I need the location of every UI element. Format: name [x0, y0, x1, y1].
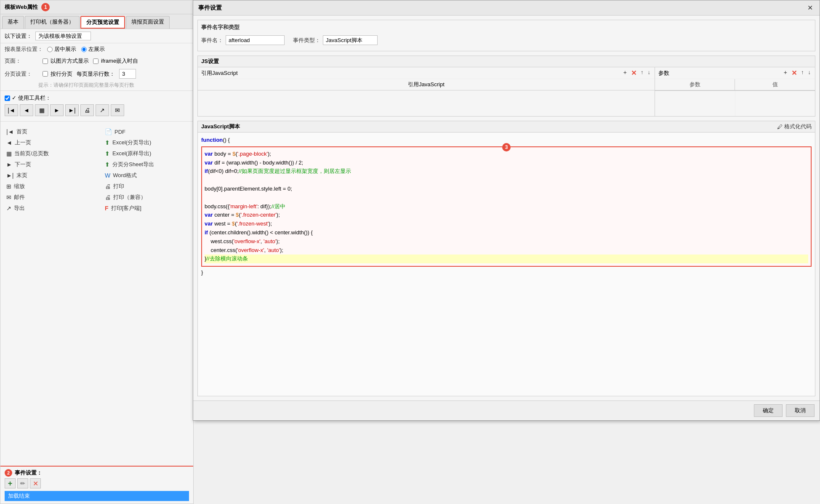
js-val-col: [735, 91, 815, 116]
rows-per-page-label: 每页显示行数：: [77, 70, 115, 78]
nav-print-compat[interactable]: 🖨 打印（兼容）: [103, 192, 189, 202]
nav-email-label: 邮件: [14, 194, 25, 201]
nav-excel-paged[interactable]: ⬆ Excel(分页导出): [103, 138, 189, 148]
nav-last-page[interactable]: ►| 末页: [5, 170, 91, 180]
toolbar-btn-email[interactable]: ✉: [111, 104, 124, 116]
nav-export[interactable]: ↗ 导出: [5, 203, 91, 213]
code-line-2: var dif = (wrap.width() - body.width()) …: [205, 159, 808, 167]
tab-basic[interactable]: 基本: [2, 16, 24, 29]
js-ref-toolbar: + ✕ ↑ ↓: [623, 69, 651, 77]
js-settings-header: JS设置: [198, 56, 815, 67]
nav-export-label: 导出: [14, 204, 25, 212]
dialog-body: 事件名字和类型 事件名： 事件类型： JavaScript脚本 Java方法 J…: [193, 16, 820, 401]
dialog-title-bar: 事件设置 ✕: [193, 0, 820, 16]
nav-excel-sheet-label: 分页分Sheet导出: [112, 161, 154, 168]
nav-print-client-icon: F: [105, 205, 109, 212]
nav-zoom[interactable]: ⊞ 缩放: [5, 181, 91, 191]
tab-printer[interactable]: 打印机（服务器）: [25, 16, 80, 29]
nav-excel-paged-icon: ⬆: [105, 139, 110, 146]
nav-print[interactable]: 🖨 打印: [103, 181, 189, 191]
script-section: JavaScript脚本 🖊 格式化代码 function() { 3 var …: [197, 121, 815, 396]
nav-pdf[interactable]: 📄 PDF: [103, 127, 189, 137]
event-section: 2 事件设置： + ✏ ✕ 加载结束: [0, 466, 193, 504]
event-add-btn[interactable]: +: [5, 478, 16, 488]
nav-excel-sheet[interactable]: ⬆ 分页分Sheet导出: [103, 159, 189, 170]
cancel-button[interactable]: 取消: [786, 404, 815, 417]
checkbox-image-label: 以图片方式显示: [51, 57, 89, 65]
radio-left-input[interactable]: [81, 47, 87, 52]
js-ref-up-icon[interactable]: ↑: [640, 69, 644, 77]
radio-center-label: 居中展示: [54, 45, 76, 53]
radio-left[interactable]: 左展示: [81, 45, 105, 53]
checkbox-image[interactable]: 以图片方式显示: [43, 57, 89, 65]
js-param-add-icon[interactable]: +: [783, 69, 788, 77]
nav-word[interactable]: W Word格式: [103, 170, 189, 180]
toolbar-checkbox[interactable]: ✓ 使用工具栏：: [5, 94, 189, 102]
toolbar-btn-first[interactable]: |◄: [5, 104, 18, 116]
toolbar-checkbox-input[interactable]: [5, 95, 10, 101]
close-button[interactable]: ✕: [806, 4, 815, 12]
toolbar-btn-last[interactable]: ►|: [65, 104, 79, 116]
event-type-label: 事件类型：: [293, 37, 320, 44]
js-param-delete-icon[interactable]: ✕: [791, 69, 798, 77]
toolbar-btn-grid[interactable]: ▦: [35, 104, 48, 116]
rows-per-page-input[interactable]: [119, 69, 136, 79]
code-line-3: if(dif<0) dif=0;//如果页面宽度超过显示框架宽度，则居左显示: [205, 167, 808, 176]
toolbar-btn-next[interactable]: ►: [50, 104, 64, 116]
js-ref-label: 引用JavaScript: [201, 69, 238, 77]
nav-next-label: 下一页: [15, 161, 31, 168]
event-type-select[interactable]: JavaScript脚本 Java方法: [323, 35, 378, 45]
nav-zoom-icon: ⊞: [6, 183, 11, 190]
event-delete-btn[interactable]: ✕: [30, 478, 41, 488]
code-line-5: body[0].parentElement.style.left = 0;: [205, 185, 808, 194]
toolbar-btn-print[interactable]: 🖨: [80, 104, 94, 116]
toolbar-section: ✓ 使用工具栏： |◄ ◄ ▦ ► ►| 🖨 ↗ ✉: [0, 90, 193, 119]
nav-next-page[interactable]: ► 下一页: [5, 159, 91, 170]
checkbox-iframe-input[interactable]: [93, 58, 99, 64]
nav-excel-orig[interactable]: ⬆ Excel(原样导出): [103, 149, 189, 159]
checkbox-pagination-input[interactable]: [43, 71, 48, 77]
event-name-section-title: 事件名字和类型: [201, 24, 812, 31]
toolbar-btn-prev[interactable]: ◄: [20, 104, 33, 116]
checkbox-iframe[interactable]: iframe嵌入时自: [93, 57, 138, 65]
nav-email[interactable]: ✉ 邮件: [5, 192, 91, 202]
js-param-down-icon[interactable]: ↓: [807, 69, 812, 77]
event-edit-btn[interactable]: ✏: [17, 478, 28, 488]
settings-row: 以下设置： 为该模板单独设置: [0, 29, 193, 43]
code-line-13: }//去除横向滚动条: [205, 255, 808, 263]
script-content[interactable]: function() { 3 var body = $('.page-block…: [198, 133, 815, 396]
nav-prev-page[interactable]: ◄ 上一页: [5, 138, 91, 148]
radio-center[interactable]: 居中展示: [47, 45, 76, 53]
nav-print-client[interactable]: F 打印[客户端]: [103, 203, 189, 213]
js-param-col: [655, 91, 735, 116]
nav-first-page[interactable]: |◄ 首页: [5, 127, 91, 137]
js-settings-section: JS设置 引用JavaScript + ✕ ↑ ↓ 引用JavaScri: [197, 56, 815, 117]
js-col-right: 参数 + ✕ ↑ ↓ 参数 值: [655, 67, 815, 116]
nav-last-label: 末页: [16, 172, 27, 179]
js-param-up-icon[interactable]: ↑: [800, 69, 805, 77]
js-ref-down-icon[interactable]: ↓: [647, 69, 652, 77]
confirm-button[interactable]: 确定: [754, 404, 783, 417]
settings-select[interactable]: 为该模板单独设置: [35, 32, 91, 40]
code-line-9: var west = $('.frozen-west');: [205, 220, 808, 228]
tab-pagination[interactable]: 分页预览设置: [80, 16, 125, 29]
tab-fillpage[interactable]: 填报页面设置: [126, 16, 170, 29]
nav-print-compat-label: 打印（兼容）: [113, 194, 146, 201]
event-list-item[interactable]: 加载结束: [5, 491, 189, 501]
radio-center-input[interactable]: [47, 47, 53, 52]
format-code-button[interactable]: 🖊 格式化代码: [777, 123, 812, 130]
nav-excel-paged-label: Excel(分页导出): [112, 139, 151, 146]
js-ref-delete-icon[interactable]: ✕: [630, 69, 637, 77]
nav-print-compat-icon: 🖨: [105, 194, 111, 201]
checkbox-pagination[interactable]: 按行分页: [43, 70, 72, 78]
toolbar-btn-export[interactable]: ↗: [96, 104, 109, 116]
event-actions: + ✏ ✕: [5, 478, 189, 488]
toolbar-row: |◄ ◄ ▦ ► ►| 🖨 ↗ ✉: [5, 104, 189, 116]
report-position-label: 报表显示位置：: [5, 45, 43, 53]
nav-current-page[interactable]: ▦ 当前页/总页数: [5, 149, 91, 159]
js-ref-add-icon[interactable]: +: [623, 69, 628, 77]
dialog-title: 事件设置: [198, 4, 222, 12]
event-name-input[interactable]: [226, 35, 285, 45]
checkbox-image-input[interactable]: [43, 58, 48, 64]
event-type-field: 事件类型： JavaScript脚本 Java方法: [293, 35, 378, 45]
